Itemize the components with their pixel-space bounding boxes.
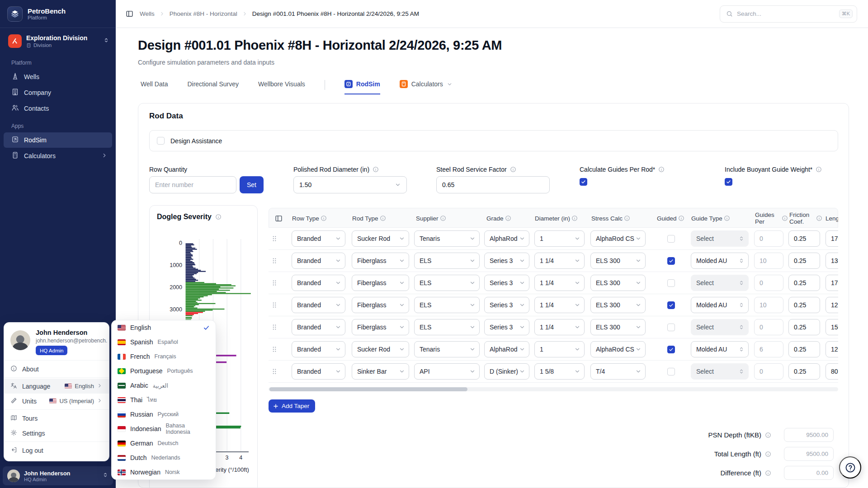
language-item-portuguese[interactable]: PortuguesePortuguês bbox=[112, 364, 216, 378]
language-item-thai[interactable]: Thaiไทย bbox=[112, 393, 216, 407]
guided-checkbox[interactable] bbox=[667, 301, 675, 309]
friction-coef-input[interactable]: 0.25 bbox=[788, 253, 820, 269]
design-assistance-checkbox[interactable] bbox=[157, 137, 165, 145]
length-input[interactable]: 120 bbox=[826, 341, 838, 357]
row-type-select[interactable]: Branded bbox=[292, 341, 345, 357]
help-button[interactable] bbox=[839, 456, 861, 479]
stress-calc-select[interactable]: AlphaRod CS bbox=[590, 341, 646, 357]
supplier-select[interactable]: ELS bbox=[414, 275, 480, 291]
tab-directional-survey[interactable]: Directional Survey bbox=[187, 80, 239, 94]
language-item-dutch[interactable]: DutchNederlands bbox=[112, 450, 216, 465]
friction-coef-input[interactable]: 0.25 bbox=[788, 230, 820, 247]
grade-select[interactable]: Series 3 bbox=[484, 253, 529, 269]
language-item-french[interactable]: FrenchFrançais bbox=[112, 349, 216, 364]
info-icon[interactable] bbox=[765, 432, 771, 438]
supplier-select[interactable]: ELS bbox=[414, 253, 480, 269]
row-type-select[interactable]: Branded bbox=[292, 230, 345, 247]
stress-calc-select[interactable]: ELS 300 bbox=[590, 275, 646, 291]
info-icon[interactable] bbox=[624, 215, 630, 221]
supplier-select[interactable]: Tenaris bbox=[414, 341, 480, 357]
guided-checkbox[interactable] bbox=[667, 279, 675, 287]
friction-coef-input[interactable]: 0.25 bbox=[788, 319, 820, 335]
supplier-select[interactable]: ELS bbox=[414, 319, 480, 335]
set-button[interactable]: Set bbox=[240, 176, 264, 193]
guided-checkbox[interactable] bbox=[667, 346, 675, 353]
rod-type-select[interactable]: Fiberglass bbox=[352, 253, 409, 269]
info-icon[interactable] bbox=[816, 166, 822, 173]
supplier-select[interactable]: Tenaris bbox=[414, 230, 480, 247]
stress-calc-select[interactable]: ELS 300 bbox=[590, 253, 646, 269]
info-icon[interactable] bbox=[724, 215, 730, 221]
search-input[interactable]: Search... ⌘K bbox=[720, 5, 857, 23]
info-icon[interactable] bbox=[816, 215, 822, 221]
info-icon[interactable] bbox=[215, 214, 222, 220]
length-input[interactable]: 80 bbox=[826, 363, 838, 380]
length-input[interactable]: 125 bbox=[826, 297, 838, 313]
friction-coef-input[interactable]: 0.25 bbox=[788, 341, 820, 357]
grade-select[interactable]: D (Sinker) bbox=[484, 363, 529, 380]
info-icon[interactable] bbox=[373, 166, 379, 173]
row-type-select[interactable]: Branded bbox=[292, 275, 345, 291]
info-icon[interactable] bbox=[765, 451, 771, 457]
menu-item-units[interactable]: UnitsUS (Imperial) bbox=[4, 394, 109, 408]
drag-handle-icon[interactable] bbox=[270, 323, 278, 333]
sidebar-item-calculators[interactable]: Calculators bbox=[4, 148, 112, 164]
rod-type-select[interactable]: Sucker Rod bbox=[352, 341, 409, 357]
info-icon[interactable] bbox=[440, 215, 446, 221]
language-item-norwegian[interactable]: NorwegianNorsk bbox=[112, 465, 216, 479]
diameter-select[interactable]: 1 bbox=[534, 230, 585, 247]
row-type-select[interactable]: Branded bbox=[292, 297, 345, 313]
include-buoyant-checkbox[interactable] bbox=[725, 178, 732, 186]
guided-checkbox[interactable] bbox=[667, 324, 675, 331]
diameter-select[interactable]: 1 5/8 bbox=[534, 363, 585, 380]
menu-item-logout[interactable]: Log out bbox=[4, 443, 109, 458]
guide-type-select[interactable]: Molded AU bbox=[691, 253, 749, 269]
org-switcher[interactable]: Exploration Division Division bbox=[0, 28, 116, 53]
info-icon[interactable] bbox=[380, 215, 386, 221]
guided-checkbox[interactable] bbox=[667, 368, 675, 375]
menu-item-settings[interactable]: Settings bbox=[4, 426, 109, 441]
grade-select[interactable]: Series 3 bbox=[484, 275, 529, 291]
row-type-select[interactable]: Branded bbox=[292, 253, 345, 269]
supplier-select[interactable]: ELS bbox=[414, 297, 480, 313]
info-icon[interactable] bbox=[571, 215, 578, 221]
info-icon[interactable] bbox=[678, 215, 684, 221]
drag-handle-icon[interactable] bbox=[270, 367, 278, 377]
sidebar-item-contacts[interactable]: Contacts bbox=[4, 101, 112, 116]
row-type-select[interactable]: Branded bbox=[292, 363, 345, 380]
language-item-english[interactable]: English bbox=[112, 320, 216, 335]
language-item-indonesian[interactable]: IndonesianBahasa Indonesia bbox=[112, 422, 216, 436]
guided-checkbox[interactable] bbox=[667, 257, 675, 265]
tab-rodsim[interactable]: RodSim bbox=[344, 80, 380, 94]
drag-handle-icon[interactable] bbox=[270, 301, 278, 311]
language-item-russian[interactable]: RussianРусский bbox=[112, 407, 216, 422]
add-taper-button[interactable]: Add Taper bbox=[269, 399, 315, 413]
rod-type-select[interactable]: Fiberglass bbox=[352, 319, 409, 335]
stress-calc-select[interactable]: T/4 bbox=[590, 363, 646, 380]
guided-checkbox[interactable] bbox=[667, 235, 675, 243]
rod-type-select[interactable]: Sucker Rod bbox=[352, 230, 409, 247]
language-item-arabic[interactable]: Arabicالعربية bbox=[112, 378, 216, 393]
tab-calculators[interactable]: Calculators bbox=[400, 80, 453, 94]
grade-select[interactable]: AlphaRod bbox=[484, 341, 529, 357]
menu-item-language[interactable]: LanguageEnglish bbox=[4, 379, 109, 394]
stress-calc-select[interactable]: ELS 300 bbox=[590, 319, 646, 335]
sidebar-item-wells[interactable]: Wells bbox=[4, 69, 112, 84]
guide-type-select[interactable]: Molded AU bbox=[691, 297, 749, 313]
drag-handle-icon[interactable] bbox=[270, 235, 278, 244]
diameter-select[interactable]: 1 1/4 bbox=[534, 253, 585, 269]
info-icon[interactable] bbox=[505, 215, 511, 221]
length-input[interactable]: 135 bbox=[826, 253, 838, 269]
diameter-select[interactable]: 1 1/4 bbox=[534, 297, 585, 313]
stress-calc-select[interactable]: AlphaRod CS bbox=[590, 230, 646, 247]
stress-calc-select[interactable]: ELS 300 bbox=[590, 297, 646, 313]
guide-type-select[interactable]: Molded AU bbox=[691, 341, 749, 357]
language-item-spanish[interactable]: SpanishEspañol bbox=[112, 335, 216, 349]
length-input[interactable]: 170 bbox=[826, 275, 838, 291]
supplier-select[interactable]: API bbox=[414, 363, 480, 380]
sidebar-item-rodsim[interactable]: RodSim bbox=[4, 132, 112, 148]
tab-wellbore-visuals[interactable]: Wellbore Visuals bbox=[258, 80, 305, 94]
table-horizontal-scrollbar-thumb[interactable] bbox=[269, 387, 467, 391]
friction-coef-input[interactable]: 0.25 bbox=[788, 363, 820, 380]
diameter-select[interactable]: 1 1/4 bbox=[534, 275, 585, 291]
